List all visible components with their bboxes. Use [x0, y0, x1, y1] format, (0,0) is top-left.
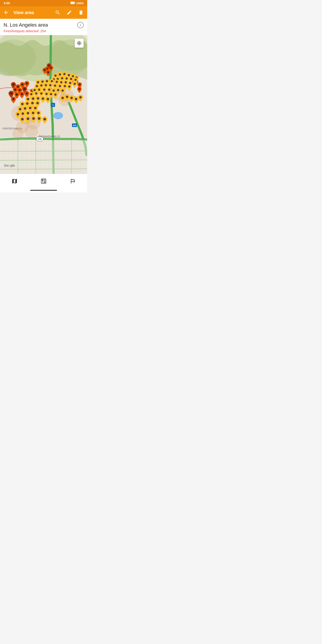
svg-point-135: [38, 117, 40, 120]
my-location-button[interactable]: [75, 39, 84, 48]
status-icons: 100%: [70, 1, 84, 5]
map-container[interactable]: 5 405 118 SYLMAR PORTER RANCH GRANADA HI…: [0, 35, 87, 174]
svg-point-97: [54, 84, 56, 87]
svg-rect-146: [42, 181, 44, 183]
fires-detected-label: Fires/hotspots detected: 254: [4, 29, 84, 33]
svg-point-55: [12, 84, 14, 86]
svg-point-88: [56, 81, 58, 83]
delete-button[interactable]: [77, 9, 84, 16]
svg-point-59: [14, 88, 16, 91]
svg-point-130: [32, 112, 34, 114]
svg-point-46: [12, 128, 24, 139]
svg-point-123: [19, 108, 22, 110]
svg-text:Google: Google: [4, 164, 15, 167]
svg-point-63: [16, 94, 18, 96]
svg-point-141: [80, 96, 82, 98]
svg-point-99: [64, 85, 66, 87]
svg-point-84: [37, 81, 39, 84]
svg-point-132: [21, 118, 24, 120]
svg-point-138: [66, 96, 68, 98]
svg-point-137: [62, 97, 64, 99]
area-name: N. Los Angeles area: [4, 22, 48, 28]
search-button[interactable]: [54, 9, 61, 16]
svg-point-58: [26, 82, 28, 84]
svg-point-98: [59, 85, 61, 87]
svg-point-56: [17, 86, 19, 88]
svg-point-111: [46, 93, 48, 95]
map-view-button[interactable]: [6, 176, 23, 186]
svg-point-89: [60, 81, 62, 84]
svg-point-93: [36, 85, 38, 87]
status-time: 4:00: [4, 1, 10, 5]
svg-point-64: [21, 93, 23, 95]
satellite-view-button[interactable]: [35, 176, 52, 186]
svg-point-119: [21, 103, 24, 105]
svg-point-112: [50, 93, 52, 95]
svg-rect-1: [74, 2, 75, 3]
svg-point-72: [54, 74, 56, 77]
svg-text:GRANADA HILLS: GRANADA HILLS: [38, 135, 60, 138]
svg-point-96: [49, 84, 52, 86]
svg-point-105: [52, 90, 55, 92]
svg-point-103: [43, 88, 46, 91]
svg-point-57: [21, 84, 24, 86]
back-button[interactable]: [3, 9, 10, 16]
svg-point-85: [41, 80, 44, 83]
svg-point-114: [27, 98, 29, 100]
svg-point-106: [57, 89, 59, 91]
svg-point-83: [74, 79, 77, 81]
svg-point-131: [37, 112, 40, 114]
svg-rect-145: [44, 179, 46, 181]
home-bar: [30, 190, 57, 191]
svg-point-133: [26, 118, 29, 120]
svg-point-118: [47, 98, 49, 100]
status-bar: 4:00 100%: [0, 0, 87, 6]
svg-point-128: [22, 112, 24, 115]
edit-button[interactable]: [66, 9, 73, 16]
map-svg: 5 405 118 SYLMAR PORTER RANCH GRANADA HI…: [0, 35, 87, 174]
svg-point-75: [68, 74, 70, 76]
svg-point-116: [37, 97, 39, 100]
svg-point-81: [66, 77, 68, 80]
svg-rect-2: [71, 2, 74, 4]
svg-point-70: [79, 84, 81, 86]
svg-point-126: [34, 107, 37, 109]
info-button[interactable]: i: [77, 22, 84, 28]
svg-point-94: [40, 84, 42, 86]
app-bar: View area: [0, 6, 87, 19]
svg-point-125: [29, 107, 32, 109]
svg-point-53: [44, 69, 46, 71]
svg-point-67: [12, 98, 14, 100]
svg-point-115: [32, 98, 34, 100]
svg-point-113: [54, 94, 56, 96]
svg-point-117: [42, 98, 44, 100]
svg-point-120: [26, 102, 28, 105]
svg-point-90: [64, 81, 67, 84]
svg-point-109: [35, 92, 37, 94]
svg-point-52: [48, 64, 50, 67]
bottom-nav: [0, 174, 87, 188]
area-title-row: N. Los Angeles area i: [4, 22, 84, 28]
svg-point-54: [47, 71, 49, 73]
svg-point-45: [24, 124, 38, 138]
svg-rect-144: [42, 179, 44, 181]
svg-point-74: [63, 73, 66, 75]
svg-point-124: [24, 107, 26, 110]
svg-point-86: [46, 80, 48, 82]
svg-point-80: [61, 77, 63, 80]
page-title: View area: [14, 10, 54, 15]
svg-text:118: 118: [38, 138, 41, 140]
svg-rect-147: [44, 181, 46, 183]
battery-icon: [70, 1, 75, 5]
svg-point-122: [36, 102, 39, 104]
svg-point-104: [48, 88, 50, 91]
terrain-view-button[interactable]: [64, 176, 81, 186]
svg-point-61: [24, 88, 26, 90]
svg-point-62: [10, 92, 12, 95]
svg-point-73: [59, 73, 61, 76]
svg-point-136: [44, 118, 46, 120]
app-bar-icons: [54, 9, 84, 16]
content-header: N. Los Angeles area i Fires/hotspots det…: [0, 19, 87, 35]
svg-point-102: [38, 88, 40, 91]
svg-point-139: [70, 97, 73, 99]
